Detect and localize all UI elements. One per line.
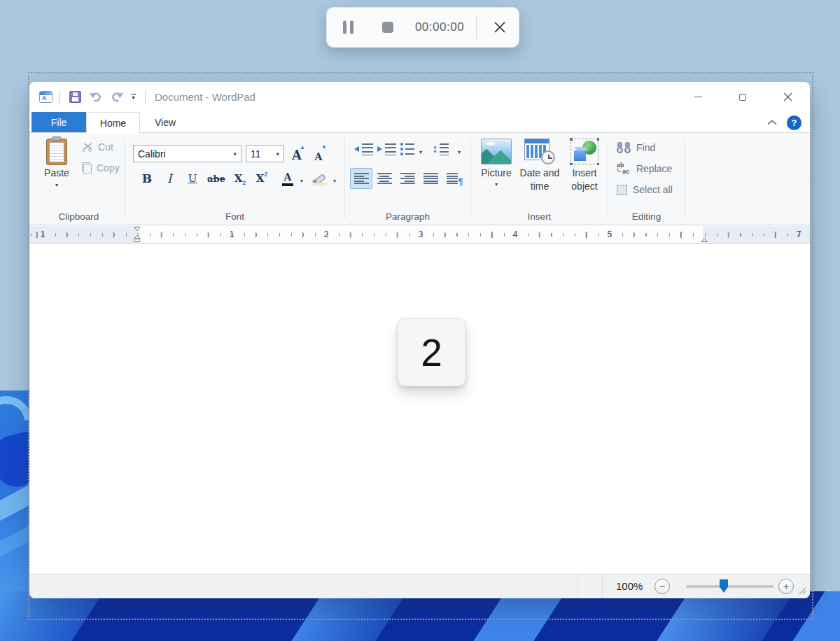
close-recorder-button[interactable] [489, 21, 510, 34]
resize-grip[interactable] [799, 587, 806, 595]
align-left-button[interactable] [350, 168, 372, 189]
clipboard-group: Paste ▾ Cut Copy Clipboard [33, 133, 125, 225]
highlight-color-button[interactable] [309, 168, 331, 189]
wordpad-window: A ▾ Document - WordPad File Home View ? [29, 82, 810, 598]
pause-recording-button[interactable] [343, 21, 354, 34]
titlebar-divider [59, 90, 59, 104]
ruler-number: 5 [608, 226, 612, 243]
shrink-triangle-icon: ▼ [321, 145, 327, 150]
tab-view[interactable]: View [140, 112, 190, 132]
undo-icon [88, 92, 103, 103]
cut-button[interactable]: Cut [82, 138, 124, 156]
zoom-in-button[interactable]: + [778, 579, 794, 594]
right-indent-marker[interactable] [701, 238, 708, 242]
font-family-combo[interactable]: Calibri▾ [133, 145, 241, 162]
first-line-indent-marker[interactable] [134, 227, 141, 231]
zoom-slider-track[interactable] [686, 585, 774, 588]
maximize-button[interactable] [720, 82, 765, 112]
group-label-font: Font [125, 211, 344, 222]
tab-home[interactable]: Home [86, 112, 140, 134]
insert-object-button[interactable]: Insert object [565, 139, 604, 193]
align-center-button[interactable] [373, 168, 396, 189]
wordpad-app-icon[interactable]: A [39, 91, 52, 103]
title-bar: A ▾ Document - WordPad [29, 82, 810, 112]
ruler: 1 1 2 3 4 5 7 [29, 226, 810, 244]
paste-button[interactable]: Paste ▾ [40, 139, 74, 188]
group-label-paragraph: Paragraph [345, 211, 470, 222]
font-size-combo[interactable]: 11▾ [246, 145, 284, 162]
grow-triangle-icon: ▲ [300, 145, 305, 150]
increase-indent-button[interactable] [377, 143, 396, 155]
shrink-font-button[interactable]: A ▼ [309, 143, 328, 163]
decrease-indent-button[interactable] [354, 143, 373, 155]
save-icon [69, 91, 81, 103]
bold-button[interactable]: B [136, 168, 158, 189]
superscript-button[interactable]: X2 [250, 168, 274, 189]
ruler-number: 1 [230, 226, 234, 243]
minimize-icon [694, 97, 702, 98]
bullet-list-button[interactable] [400, 143, 414, 155]
paragraph-settings-button[interactable]: ¶ [442, 168, 465, 189]
paste-clipboard-icon [46, 139, 67, 165]
undo-button[interactable] [88, 92, 103, 103]
document-area[interactable]: 2 [29, 244, 810, 574]
bullet-list-icon [400, 143, 414, 155]
zoom-out-button[interactable]: − [654, 579, 670, 594]
hanging-indent-marker[interactable] [134, 235, 141, 242]
line-spacing-icon: ▲▼ [433, 143, 449, 155]
date-and-time-button[interactable]: Date and time [518, 139, 561, 193]
save-button[interactable] [69, 91, 81, 103]
status-bar: 100% − + [29, 574, 810, 598]
align-left-icon [354, 173, 369, 184]
titlebar-divider [145, 90, 146, 104]
maximize-icon [739, 94, 746, 101]
insert-object-icon [570, 139, 598, 164]
picture-dropdown-caret: ▾ [495, 182, 498, 188]
key-press-character: 2 [421, 330, 442, 375]
subscript-button[interactable]: X2 [228, 168, 252, 189]
font-group: Calibri▾ 11▾ A ▲ A ▼ B I U abe X2 X2 [125, 133, 344, 225]
recording-toolbar: 00:00:00 [326, 7, 519, 48]
picture-icon [481, 139, 512, 164]
group-label-insert: Insert [471, 211, 608, 222]
editing-group: Find ab ac Replace Select all Editing [608, 133, 685, 225]
zoom-slider-handle[interactable] [720, 579, 728, 593]
recorder-divider [476, 15, 477, 39]
minimize-button[interactable] [676, 82, 720, 112]
italic-button[interactable]: I [159, 168, 180, 189]
strikethrough-button[interactable]: abe [204, 168, 228, 189]
ruler-number: 1 [41, 226, 46, 243]
group-label-editing: Editing [608, 211, 685, 222]
highlighter-icon [312, 171, 328, 185]
group-label-clipboard: Clipboard [33, 211, 125, 222]
replace-button[interactable]: ab ac Replace [617, 161, 672, 176]
tab-file[interactable]: File [31, 112, 86, 132]
stop-recording-button[interactable] [382, 22, 393, 33]
line-spacing-button[interactable]: ▲▼ [433, 143, 449, 155]
font-color-button[interactable]: A [278, 168, 298, 189]
insert-group: Picture ▾ Date and time Insert object In… [471, 133, 608, 225]
close-icon [493, 21, 506, 34]
collapse-ribbon-button[interactable] [767, 120, 777, 125]
copy-pages-icon [82, 162, 92, 174]
line-spacing-caret: ▾ [458, 150, 461, 155]
find-button[interactable]: Find [617, 140, 655, 155]
insert-picture-button[interactable]: Picture ▾ [478, 139, 514, 188]
justify-button[interactable] [419, 168, 442, 189]
paste-dropdown-caret: ▾ [55, 183, 58, 188]
select-all-button[interactable]: Select all [617, 182, 673, 197]
close-button[interactable] [765, 82, 810, 112]
quick-access-dropdown-button[interactable]: ▾ [131, 94, 136, 100]
align-right-button[interactable] [396, 168, 419, 189]
redo-button[interactable] [110, 92, 125, 103]
copy-button[interactable]: Copy [82, 159, 124, 177]
help-button[interactable]: ? [787, 115, 802, 130]
ribbon-tab-row: File Home View ? [29, 112, 810, 133]
close-icon [783, 92, 792, 101]
underline-button[interactable]: U [182, 168, 203, 189]
window-controls [676, 82, 810, 112]
redo-icon [110, 92, 125, 103]
select-all-icon [617, 185, 627, 195]
key-press-overlay: 2 [398, 318, 465, 386]
grow-font-button[interactable]: A ▲ [287, 143, 307, 163]
